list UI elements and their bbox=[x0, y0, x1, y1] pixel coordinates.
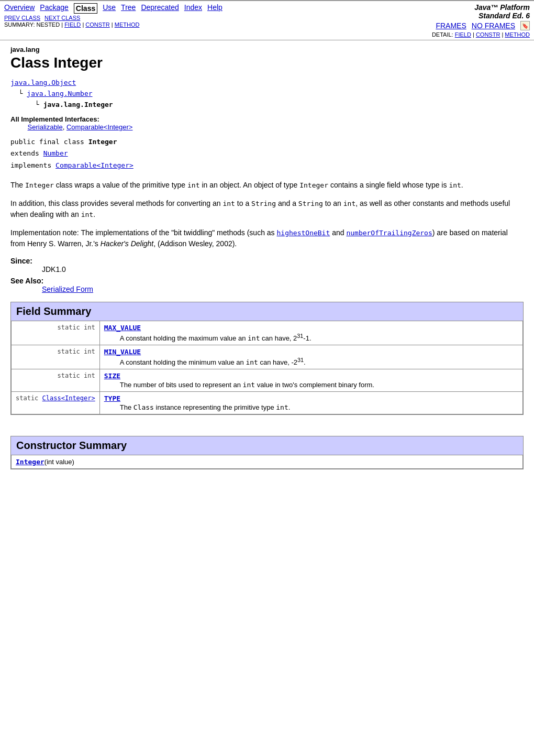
nav-summary-field[interactable]: FIELD bbox=[64, 21, 81, 28]
desc-para1: The Integer class wraps a value of the p… bbox=[10, 180, 524, 191]
implemented-interfaces: All Implemented Interfaces: Serializable… bbox=[10, 115, 524, 131]
inheritance-object-link[interactable]: java.lang.Object bbox=[10, 79, 76, 86]
field-type-min: static int bbox=[12, 345, 100, 369]
nav-class-active: Class bbox=[74, 3, 97, 14]
min-value-link[interactable]: MIN_VALUE bbox=[104, 348, 141, 356]
min-value-desc: A constant holding the minimum value an … bbox=[120, 357, 518, 366]
desc-para3: Implementation note: The implementations… bbox=[10, 227, 524, 249]
table-row: static Class<Integer> TYPE The Class ins… bbox=[12, 392, 523, 414]
nav-index[interactable]: Index bbox=[184, 3, 202, 14]
field-summary-header: Field Summary bbox=[11, 302, 523, 321]
nav-detail-constr[interactable]: CONSTR bbox=[476, 31, 500, 38]
inline-int2: int bbox=[449, 181, 461, 189]
field-type-type: static Class<Integer> bbox=[12, 392, 100, 414]
decl-line1: public final class Integer bbox=[10, 138, 117, 146]
max-value-link[interactable]: MAX_VALUE bbox=[104, 324, 141, 332]
see-also-section: See Also: Serialized Form bbox=[10, 277, 524, 293]
nav-detail-method[interactable]: METHOD bbox=[505, 31, 530, 38]
nav-help[interactable]: Help bbox=[207, 3, 222, 14]
number-trailing-zeros-link[interactable]: numberOfTrailingZeros bbox=[346, 228, 432, 237]
decl-line3: implements Comparable<Integer> bbox=[10, 161, 134, 169]
nav-summary-constr[interactable]: CONSTR bbox=[85, 21, 109, 28]
table-row: static int MAX_VALUE A constant holding … bbox=[12, 321, 523, 345]
inline-integer2: Integer bbox=[299, 181, 328, 189]
inheritance-indent2: └ java.lang.Integer bbox=[10, 101, 113, 108]
highest-one-bit-link[interactable]: highestOneBit bbox=[277, 228, 330, 237]
max-value-desc: A constant holding the maximum value an … bbox=[120, 333, 518, 342]
class-declaration: public final class Integer extends Numbe… bbox=[10, 136, 524, 171]
nav-deprecated[interactable]: Deprecated bbox=[141, 3, 179, 14]
since-value: JDK1.0 bbox=[42, 265, 66, 273]
inline-string2: String bbox=[298, 200, 323, 207]
comparable-link[interactable]: Comparable<Integer> bbox=[66, 123, 132, 131]
nav-detail-label: DETAIL: bbox=[432, 31, 455, 38]
field-type-size: static int bbox=[12, 369, 100, 392]
main-content: java.lang Class Integer java.lang.Object… bbox=[0, 40, 534, 480]
nav-no-frames[interactable]: NO FRAMES bbox=[472, 21, 515, 30]
nav-detail-field[interactable]: FIELD bbox=[455, 31, 471, 38]
since-label: Since: bbox=[10, 257, 32, 265]
field-type-max: static int bbox=[12, 321, 100, 345]
inheritance-number-link[interactable]: java.lang.Number bbox=[27, 90, 92, 97]
field-cell-min: MIN_VALUE A constant holding the minimum… bbox=[99, 345, 522, 369]
constructor-cell: Integer(int value) bbox=[12, 455, 523, 469]
class-integer-type-link[interactable]: Class<Integer> bbox=[42, 395, 95, 402]
nav-brand: Java™ Platform bbox=[474, 3, 530, 12]
nav-frames[interactable]: FRAMES bbox=[436, 21, 466, 30]
class-title: Class Integer bbox=[10, 54, 524, 71]
nav-links-second: PREV CLASS NEXT CLASS bbox=[4, 15, 222, 21]
nav-use[interactable]: Use bbox=[103, 3, 116, 14]
inline-int-min: int bbox=[246, 358, 258, 366]
inline-int-max: int bbox=[248, 334, 260, 342]
nav-prev-class[interactable]: PREV CLASS bbox=[4, 15, 40, 21]
nav-right-section: Java™ Platform Standard Ed. 6 FRAMES NO … bbox=[432, 3, 530, 38]
table-row: static int MIN_VALUE A constant holding … bbox=[12, 345, 523, 369]
nav-next-class[interactable]: NEXT CLASS bbox=[44, 15, 80, 21]
size-desc: The number of bits used to represent an … bbox=[120, 381, 518, 389]
inline-int-type: int bbox=[276, 403, 288, 411]
size-link[interactable]: SIZE bbox=[104, 372, 120, 380]
constructor-sig: (int value) bbox=[44, 458, 74, 466]
field-cell-size: SIZE The number of bits used to represen… bbox=[99, 369, 522, 392]
nav-detail-links: DETAIL: FIELD | CONSTR | METHOD bbox=[432, 31, 530, 38]
implements-comparable-link[interactable]: Comparable<Integer> bbox=[55, 161, 134, 169]
decl-line2: extends Number bbox=[10, 149, 68, 157]
extends-number-link[interactable]: Number bbox=[43, 149, 68, 157]
serialized-form-link[interactable]: Serialized Form bbox=[42, 285, 93, 293]
constructor-summary-header: Constructor Summary bbox=[11, 436, 523, 455]
nav-summary-method[interactable]: METHOD bbox=[115, 21, 140, 28]
table-row: static int SIZE The number of bits used … bbox=[12, 369, 523, 392]
field-summary-title: Field Summary bbox=[16, 305, 518, 317]
nav-frames-links: FRAMES NO FRAMES 🔖 bbox=[436, 21, 530, 30]
constructor-summary-title: Constructor Summary bbox=[16, 440, 518, 452]
impl-interfaces-indent bbox=[10, 123, 26, 131]
integer-constructor-link[interactable]: Integer bbox=[16, 458, 44, 466]
field-cell-type: TYPE The Class instance representing the… bbox=[99, 392, 522, 414]
see-also-label: See Also: bbox=[10, 277, 43, 285]
since-section: Since: JDK1.0 bbox=[10, 257, 524, 273]
inline-int3: int bbox=[222, 200, 235, 207]
nav-left: Overview Package Class Use Tree Deprecat… bbox=[4, 3, 222, 28]
type-desc: The Class instance representing the prim… bbox=[120, 403, 518, 411]
nav-overview[interactable]: Overview bbox=[4, 3, 35, 14]
constructor-table: Integer(int value) bbox=[11, 455, 523, 469]
inline-class-type: Class bbox=[134, 403, 154, 411]
nav-links-top: Overview Package Class Use Tree Deprecat… bbox=[4, 3, 222, 14]
field-summary-table: static int MAX_VALUE A constant holding … bbox=[11, 321, 523, 415]
constructor-summary-section: Constructor Summary Integer(int value) bbox=[10, 436, 524, 469]
field-summary-section: Field Summary static int MAX_VALUE A con… bbox=[10, 302, 524, 415]
nav-summary-label: SUMMARY: NESTED | bbox=[4, 21, 64, 28]
inline-int-size: int bbox=[243, 381, 255, 389]
nav-bar: Overview Package Class Use Tree Deprecat… bbox=[0, 0, 534, 40]
bookmark-icon: 🔖 bbox=[520, 21, 530, 30]
inline-int5: int bbox=[81, 211, 93, 218]
type-link[interactable]: TYPE bbox=[104, 395, 120, 402]
spacer bbox=[10, 415, 524, 425]
book-title: Hacker's Delight bbox=[101, 239, 154, 248]
inline-int4: int bbox=[343, 200, 355, 207]
inheritance-indent1: └ bbox=[10, 90, 27, 97]
nav-package[interactable]: Package bbox=[40, 3, 68, 14]
serializable-link[interactable]: Serializable bbox=[28, 123, 63, 131]
table-row: Integer(int value) bbox=[12, 455, 523, 469]
nav-tree[interactable]: Tree bbox=[121, 3, 136, 14]
